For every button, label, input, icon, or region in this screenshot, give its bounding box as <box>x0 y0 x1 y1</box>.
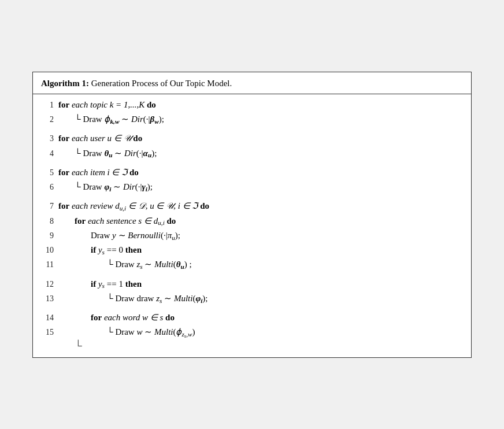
alg-line-6: 6 └ Draw φi ∼ Dir(·|γi); <box>41 180 463 194</box>
line-num-13: 13 <box>41 293 54 305</box>
line-num-1: 1 <box>41 99 54 112</box>
alg-line-5: 5 for each item i ∈ ℑ do <box>41 165 463 180</box>
line-num-12: 12 <box>41 278 54 291</box>
alg-line-9: 9 Draw y ∼ Bernoulli(·|πu); <box>41 228 463 243</box>
line-content-11: └ Draw zs ∼ Multi(θu) ; <box>58 258 463 271</box>
algorithm-label: Algorithm 1: <box>41 79 89 88</box>
alg-line-10: 10 if ys == 0 then <box>41 243 463 257</box>
line-num-5: 5 <box>41 167 54 179</box>
alg-line-15: 15 └ Draw w ∼ Multi(ϕzs,w) <box>41 325 463 339</box>
algorithm-body: 1 for each topic k = 1,...,K do 2 └ Draw… <box>33 94 471 357</box>
line-content-9: Draw y ∼ Bernoulli(·|πu); <box>58 229 463 242</box>
line-content-10: if ys == 0 then <box>58 243 463 257</box>
line-content-3: for each user u ∈ 𝒰 do <box>58 132 463 145</box>
line-content-5: for each item i ∈ ℑ do <box>58 166 463 179</box>
algorithm-title: Generation Process of Our Topic Model. <box>91 79 232 88</box>
line-num-7: 7 <box>41 200 54 213</box>
line-num-6: 6 <box>41 181 54 194</box>
alg-bottom-bracket: └ <box>41 340 463 352</box>
line-num-15: 15 <box>41 326 54 339</box>
line-content-12: if ys == 1 then <box>58 278 463 291</box>
alg-line-12: 12 if ys == 1 then <box>41 277 463 291</box>
algorithm-header: Algorithm 1: Generation Process of Our T… <box>33 72 471 94</box>
alg-line-11: 11 └ Draw zs ∼ Multi(θu) ; <box>41 257 463 272</box>
alg-line-1: 1 for each topic k = 1,...,K do <box>41 98 463 112</box>
line-num-9: 9 <box>41 230 54 242</box>
alg-line-2: 2 └ Draw ϕk,w ∼ Dir(·|βw); <box>41 112 463 127</box>
line-content-4: └ Draw θu ∼ Dir(·|αu); <box>58 147 463 160</box>
alg-line-14: 14 for each word w ∈ s do <box>41 310 463 325</box>
alg-line-7: 7 for each review du,i ∈ 𝒟, u ∈ 𝒰, i ∈ ℑ… <box>41 199 463 213</box>
line-content-1: for each topic k = 1,...,K do <box>58 98 463 112</box>
line-content-14: for each word w ∈ s do <box>58 311 463 324</box>
line-content-7: for each review du,i ∈ 𝒟, u ∈ 𝒰, i ∈ ℑ d… <box>58 199 463 213</box>
algorithm-box: Algorithm 1: Generation Process of Our T… <box>32 72 472 358</box>
line-num-3: 3 <box>41 132 54 145</box>
line-num-10: 10 <box>41 244 54 257</box>
line-num-11: 11 <box>41 258 54 271</box>
alg-line-13: 13 └ Draw draw zs ∼ Multi(φi); <box>41 291 463 306</box>
line-content-15: └ Draw w ∼ Multi(ϕzs,w) <box>58 326 463 339</box>
line-num-14: 14 <box>41 312 54 324</box>
line-num-4: 4 <box>41 147 54 160</box>
line-content-2: └ Draw ϕk,w ∼ Dir(·|βw); <box>58 113 463 126</box>
line-num-2: 2 <box>41 113 54 126</box>
alg-line-8: 8 for each sentence s ∈ du,i do <box>41 214 463 228</box>
bottom-bracket: └ <box>58 341 463 351</box>
line-content-8: for each sentence s ∈ du,i do <box>58 214 463 228</box>
line-content-13: └ Draw draw zs ∼ Multi(φi); <box>58 292 463 305</box>
alg-line-3: 3 for each user u ∈ 𝒰 do <box>41 131 463 146</box>
line-num-8: 8 <box>41 215 54 228</box>
line-content-6: └ Draw φi ∼ Dir(·|γi); <box>58 180 463 194</box>
alg-line-4: 4 └ Draw θu ∼ Dir(·|αu); <box>41 146 463 161</box>
